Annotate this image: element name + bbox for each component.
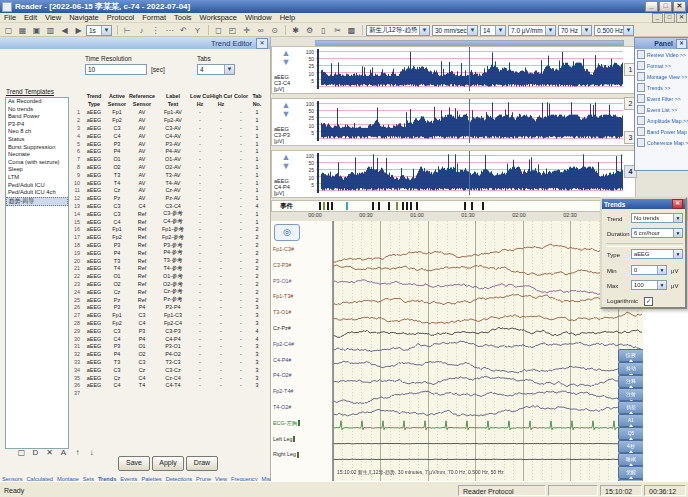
menu-navigate[interactable]: Navigate	[69, 13, 99, 22]
table-row[interactable]: 9aEEGT3AVT3-AV---1	[70, 171, 266, 179]
low-filter-select[interactable]: 0.500 Hz▼	[594, 25, 634, 36]
trend-select[interactable]: No trends▼	[631, 213, 683, 223]
type-select[interactable]: aEEG▼	[631, 249, 683, 259]
scale-down-icon[interactable]: ▼	[274, 110, 298, 119]
table-row[interactable]: 14aEEGC3RefC3-参考---1	[70, 210, 266, 218]
undo-icon[interactable]: ↶	[177, 24, 190, 37]
search-icon[interactable]: ⊙	[268, 24, 281, 37]
table-row[interactable]: 1aEEGFp1AVFp1-AV---1	[70, 109, 266, 117]
speed-select[interactable]: 30 mm/sec▼	[432, 25, 478, 36]
event-mark[interactable]	[378, 202, 380, 210]
panel-item-eventlist[interactable]: Event List >>	[635, 104, 688, 115]
time-resolution-input[interactable]: 10	[85, 64, 147, 75]
channel-count-select[interactable]: 14▼	[480, 25, 506, 36]
event-mark[interactable]	[346, 202, 348, 210]
aeeg-trend-plot[interactable]	[316, 151, 623, 195]
cut-icon[interactable]: ✂	[331, 24, 344, 37]
chevron-down-icon[interactable]: ▼	[419, 26, 429, 35]
table-row[interactable]: 23aEEGO2RefO2-参考---2	[70, 280, 266, 288]
montage-icon[interactable]: ▩	[345, 24, 358, 37]
template-item[interactable]: LTM	[6, 174, 68, 182]
table-row[interactable]: 18aEEGP3RefP3-参考---2	[70, 241, 266, 249]
mdi-close-button[interactable]: ✕	[676, 13, 687, 23]
menu-protocol[interactable]: Protocol	[107, 13, 135, 22]
chevron-down-icon[interactable]: ▼	[623, 26, 633, 35]
max-input[interactable]: 100▼	[631, 280, 667, 290]
duration-select[interactable]: 6 cm/hour▼	[631, 228, 683, 238]
chevron-down-icon[interactable]: ▼	[673, 229, 682, 237]
chevron-down-icon[interactable]: ▼	[495, 26, 505, 35]
aeeg-trend-plot[interactable]	[316, 99, 623, 143]
menu-help[interactable]: Help	[280, 13, 295, 22]
table-row[interactable]: 24aEEGCzRefCz-参考---2	[70, 288, 266, 296]
template-item[interactable]: Ped/Adult ICU 4ch	[6, 189, 68, 197]
event-mark[interactable]	[464, 202, 466, 210]
move-up-icon[interactable]: ↑	[72, 447, 83, 458]
event-mark[interactable]	[323, 202, 325, 210]
next-page-icon[interactable]: ▶	[72, 24, 85, 37]
panel-item-coherencemap[interactable]: Coherence Map >>	[635, 137, 688, 148]
table-row[interactable]: 31aEEGP3O1P3-O1---3	[70, 343, 266, 351]
mdi-minimize-button[interactable]: _	[652, 13, 663, 23]
sensitivity-select[interactable]: 7.0 μV/mm▼	[508, 25, 556, 36]
table-row[interactable]: 25aEEGPzRefPz-参考---2	[70, 296, 266, 304]
table-row[interactable]: 12aEEGPzAVPz-AV---1	[70, 194, 266, 202]
events-icon[interactable]: ✱	[289, 24, 302, 37]
event-mark[interactable]	[388, 202, 390, 210]
event-mark[interactable]	[372, 202, 374, 210]
calibration-icon[interactable]: ⊢	[121, 24, 134, 37]
template-item[interactable]: Neo 8 ch	[6, 128, 68, 136]
table-row[interactable]: 20aEEGT3RefT3-参考---2	[70, 257, 266, 265]
new-icon[interactable]: ▢	[2, 24, 15, 37]
template-item[interactable]: P3-P4	[6, 121, 68, 129]
delete-row-icon[interactable]: ✕	[44, 447, 55, 458]
template-item[interactable]: No trends	[6, 106, 68, 114]
template-item[interactable]: 趋势-四导	[6, 197, 68, 207]
duplicate-row-icon[interactable]: D	[30, 447, 41, 458]
table-row[interactable]: 8aEEGO2AVO2-AV---1	[70, 163, 266, 171]
more-dots-icon[interactable]: ⋮	[149, 24, 162, 37]
event-mark[interactable]	[471, 202, 473, 210]
crosshair-icon[interactable]: ◎	[274, 224, 300, 241]
table-row[interactable]: 6aEEGP4AVP4-AV---1	[70, 148, 266, 156]
close-button[interactable]: ✕	[673, 1, 686, 12]
dots-icon[interactable]: ⋯	[163, 24, 176, 37]
template-item[interactable]: Coma (with seizure)	[6, 159, 68, 167]
music-note-icon[interactable]: ♪	[135, 24, 148, 37]
template-item[interactable]: Sleep	[6, 166, 68, 174]
document-icon[interactable]: ▯	[317, 24, 330, 37]
prev-page-icon[interactable]: ◀	[58, 24, 71, 37]
table-row[interactable]: 34aEEGC3CzC3-Cz---3	[70, 366, 266, 374]
menu-file[interactable]: File	[4, 13, 16, 22]
panel-item-trends[interactable]: Trends >>	[635, 82, 688, 93]
chevron-down-icon[interactable]: ▼	[673, 250, 682, 258]
table-row[interactable]: 3aEEGC3AVC3-AV---1	[70, 124, 266, 132]
table-row[interactable]: 33aEEGT3C3T3-C3---3	[70, 358, 266, 366]
event-mark[interactable]	[327, 202, 329, 210]
panel-item-eventfilter[interactable]: Event Filter >>	[635, 93, 688, 104]
print-icon[interactable]: ▦	[16, 24, 29, 37]
panel-item-amplitudemap[interactable]: Amplitude Map >>	[635, 115, 688, 126]
menu-tools[interactable]: Tools	[174, 13, 192, 22]
spinner-icon[interactable]: ▼	[657, 266, 666, 274]
event-mark[interactable]	[416, 202, 418, 210]
table-row[interactable]: 15aEEGC4RefC4-参考---1	[70, 218, 266, 226]
table-row[interactable]: 21aEEGT4RefT4-参考---2	[70, 265, 266, 273]
table-row[interactable]: 22aEEGO1RefO1-参考---2	[70, 272, 266, 280]
template-item[interactable]: Ped/Adult ICU	[6, 182, 68, 190]
maximize-button[interactable]: □	[659, 1, 672, 12]
move-down-icon[interactable]: ↓	[86, 447, 97, 458]
spinner-icon[interactable]: ▼	[657, 281, 666, 289]
panel-item-bandpowermap[interactable]: Band Power Map >>	[635, 126, 688, 137]
table-row[interactable]: 17aEEGFp2RefFp2-参考---2	[70, 233, 266, 241]
link-icon[interactable]: ∞	[254, 24, 267, 37]
add-event-icon[interactable]: ✛	[240, 24, 253, 37]
menu-format[interactable]: Format	[142, 13, 166, 22]
save-button[interactable]: Save	[118, 456, 150, 471]
chevron-down-icon[interactable]: ▼	[467, 26, 477, 35]
mdi-restore-button[interactable]: □	[664, 13, 675, 23]
table-row[interactable]: 27aEEGFp1C3Fp1-C3---3	[70, 311, 266, 319]
new-row-icon[interactable]: ▢	[16, 447, 27, 458]
panel-item-montageview[interactable]: Montage View >>	[635, 71, 688, 82]
scale-down-icon[interactable]: ▼	[274, 162, 298, 171]
